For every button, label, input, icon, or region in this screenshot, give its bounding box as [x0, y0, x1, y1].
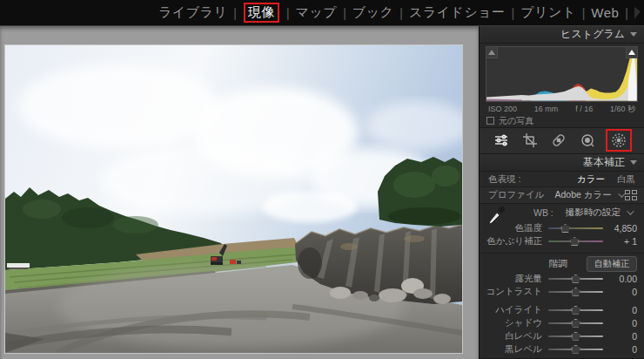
slider-thumb[interactable]	[571, 306, 580, 315]
slider-thumb[interactable]	[570, 237, 580, 246]
slider-value-temp: 4,850	[609, 223, 637, 234]
module-tab-print[interactable]: プリント	[520, 4, 575, 21]
develop-canvas	[0, 26, 479, 359]
shadow-clipping-button[interactable]	[486, 47, 498, 58]
exif-info: ISO 200 16 mm f / 16 1/60 秒	[480, 104, 644, 115]
slider-row-contrast: コントラスト0	[480, 285, 644, 298]
profile-browser-icon[interactable]	[625, 190, 637, 200]
wb-value[interactable]: 撮影時の設定	[566, 207, 621, 219]
tone-section-header: 階調 自動補正	[480, 256, 644, 272]
masking-tool-button[interactable]	[610, 132, 627, 149]
basic-panel-header[interactable]: 基本補正	[480, 154, 644, 172]
redeye-tool-button[interactable]	[579, 132, 596, 149]
edit-tool-button[interactable]	[493, 132, 510, 149]
nav-separator: |	[399, 6, 403, 20]
profile-row: プロファイル Adobe カラー	[480, 186, 644, 204]
slider-row-exposure: 露光量0.00	[480, 272, 644, 285]
photo-image	[5, 45, 462, 353]
slider-contrast[interactable]	[548, 287, 603, 297]
collapse-triangle-icon	[630, 32, 637, 37]
redeye-icon	[580, 132, 595, 148]
treatment-color-option[interactable]: カラー	[577, 173, 605, 186]
slider-tint[interactable]	[548, 236, 603, 247]
module-tab-slideshow[interactable]: スライドショー	[409, 4, 506, 21]
exif-shutter: 1/60 秒	[610, 104, 635, 115]
wb-sliders: 色温度4,850色かぶり補正+ 1	[480, 222, 644, 248]
auto-tone-button[interactable]: 自動補正	[587, 256, 637, 272]
module-tab-develop[interactable]: 現像	[248, 4, 275, 19]
module-picker-items: ライブラリ|現像|マップ|ブック|スライドショー|プリント|Web|	[158, 3, 634, 23]
slider-value-contrast: 0	[609, 287, 637, 297]
slider-thumb[interactable]	[571, 288, 580, 296]
slider-value-tint: + 1	[609, 236, 637, 247]
module-tab-map[interactable]: マップ	[296, 4, 338, 21]
slider-shadows[interactable]	[548, 318, 603, 329]
slider-thumb[interactable]	[571, 345, 580, 354]
basic-title: 基本補正	[583, 155, 625, 170]
profile-value[interactable]: Adobe カラー	[554, 189, 611, 201]
slider-thumb[interactable]	[560, 224, 570, 233]
heal-icon	[551, 132, 567, 148]
slider-highlights[interactable]	[548, 305, 603, 315]
slider-row-tint: 色かぶり補正+ 1	[480, 235, 644, 248]
slider-blacks[interactable]	[548, 344, 603, 355]
original-photo-row: 元の写真	[480, 115, 644, 128]
slider-value-exposure: 0.00	[609, 274, 637, 284]
module-tab-book[interactable]: ブック	[352, 4, 394, 21]
chevron-down-icon	[627, 208, 634, 215]
tone-main-sliders: 露光量0.00コントラスト0	[480, 272, 644, 298]
right-panel: ヒストグラム ISO 200 16 mm f / 16 1/60 秒	[479, 26, 644, 359]
slider-value-shadows: 0	[609, 318, 637, 329]
module-picker: ライブラリ|現像|マップ|ブック|スライドショー|プリント|Web|	[0, 0, 644, 26]
slider-row-blacks: 黒レベル0	[480, 342, 644, 356]
slider-thumb[interactable]	[571, 332, 580, 341]
exif-focal-length: 16 mm	[534, 105, 559, 113]
slider-row-highlights: ハイライト0	[480, 303, 644, 316]
module-tab-web[interactable]: Web	[591, 5, 619, 20]
sliders-icon	[493, 132, 509, 148]
slider-whites[interactable]	[548, 331, 603, 342]
crop-icon	[522, 132, 538, 148]
slider-label-whites: 白レベル	[480, 330, 542, 342]
crop-tool-button[interactable]	[521, 132, 539, 149]
slider-label-blacks: 黒レベル	[480, 343, 542, 356]
heal-tool-button[interactable]	[550, 132, 567, 149]
slider-track[interactable]	[548, 227, 603, 229]
slider-value-blacks: 0	[609, 344, 637, 355]
module-tab-library[interactable]: ライブラリ	[158, 4, 227, 21]
lightroom-window: ライブラリ|現像|マップ|ブック|スライドショー|プリント|Web|	[0, 0, 644, 359]
nav-separator: |	[512, 6, 515, 20]
original-photo-label: 元の写真	[499, 115, 533, 127]
tone-label: 階調	[549, 258, 587, 270]
highlight-clipping-button[interactable]	[626, 47, 637, 58]
exif-iso: ISO 200	[488, 105, 517, 113]
slider-thumb[interactable]	[571, 319, 580, 328]
histogram[interactable]	[486, 46, 638, 101]
tool-strip	[480, 128, 644, 154]
slider-thumb[interactable]	[571, 274, 580, 283]
pointer-cursor	[634, 7, 641, 19]
histogram-panel-header[interactable]: ヒストグラム	[480, 26, 644, 44]
profile-label: プロファイル	[488, 189, 544, 201]
treatment-row: 色表現 : カラー 白黒	[480, 172, 644, 186]
slider-value-highlights: 0	[609, 305, 637, 315]
slider-temp[interactable]	[548, 223, 603, 234]
wb-label: WB :	[533, 207, 553, 218]
collapse-triangle-icon	[630, 160, 637, 165]
treatment-bw-option[interactable]: 白黒	[617, 173, 635, 186]
slider-row-whites: 白レベル0	[480, 329, 644, 342]
slider-exposure[interactable]	[548, 274, 603, 284]
slider-row-shadows: シャドウ0	[480, 316, 644, 329]
nav-separator: |	[286, 6, 290, 20]
white-balance-row: WB : 撮影時の設定	[480, 204, 644, 221]
nav-separator: |	[233, 6, 237, 20]
nav-separator: |	[343, 6, 346, 20]
eyedropper-icon[interactable]	[486, 202, 509, 225]
annotation-box: 現像	[244, 3, 279, 23]
nav-separator: |	[625, 6, 628, 20]
slider-label-contrast: コントラスト	[480, 286, 542, 298]
treatment-label: 色表現 :	[488, 173, 520, 186]
histogram-graph	[486, 47, 637, 100]
photo[interactable]	[5, 45, 462, 353]
original-photo-checkbox[interactable]	[486, 117, 494, 125]
